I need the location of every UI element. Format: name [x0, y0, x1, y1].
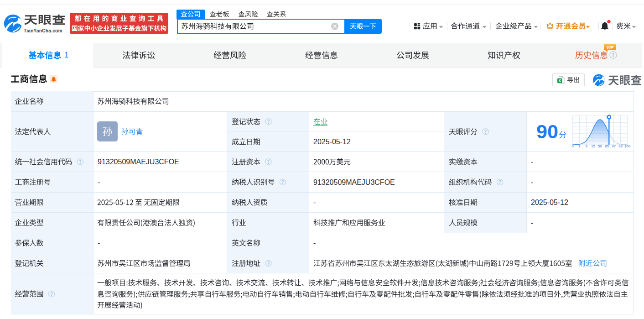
svg-text:VIP: VIP [607, 45, 614, 50]
